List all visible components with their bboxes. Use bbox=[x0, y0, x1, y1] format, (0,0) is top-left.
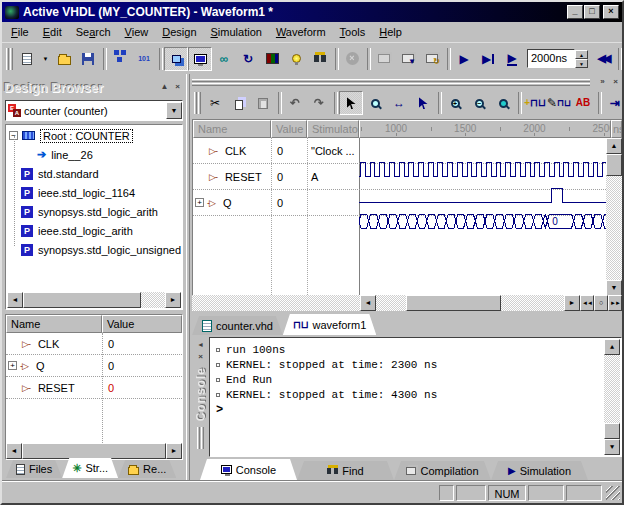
tree-item-root[interactable]: − Root : COUNTER bbox=[7, 126, 181, 145]
panel-collapse-button[interactable]: ▲ bbox=[158, 81, 171, 93]
scrollbar-track[interactable] bbox=[604, 355, 620, 423]
tree-item-label[interactable]: ieee.std_logic_1164 bbox=[33, 187, 135, 199]
menu-tools[interactable]: Tools bbox=[333, 23, 373, 41]
undo-button[interactable]: ↶ bbox=[283, 91, 307, 115]
zoom-out-button[interactable]: − bbox=[467, 91, 491, 115]
hdl-editor-button[interactable]: 101 bbox=[132, 47, 156, 71]
select-mode-button[interactable] bbox=[339, 91, 363, 115]
waveform-vertical-scrollbar[interactable]: ▲ ▼ bbox=[606, 138, 622, 296]
resize-grip[interactable] bbox=[606, 486, 620, 500]
toolbar-grip[interactable] bbox=[6, 48, 13, 70]
console-prompt[interactable]: > bbox=[214, 402, 619, 417]
tab-structure[interactable]: ✳ Str... bbox=[62, 458, 118, 478]
save-button[interactable] bbox=[76, 47, 100, 71]
run-until-button[interactable]: ▶ bbox=[500, 47, 524, 71]
compile-button[interactable] bbox=[372, 47, 396, 71]
tree-item-label[interactable]: ieee.std_logic_arith bbox=[33, 225, 133, 237]
tree-item-label[interactable]: synopsys.std_logic_unsigned bbox=[33, 244, 181, 256]
panel-close-button[interactable]: × bbox=[171, 81, 184, 93]
menu-edit[interactable]: Edit bbox=[36, 23, 69, 41]
expand-box-icon[interactable]: + bbox=[195, 198, 204, 207]
scrollbar-track[interactable] bbox=[501, 295, 564, 311]
find-button[interactable] bbox=[308, 47, 332, 71]
console-output[interactable]: run 100ns KERNEL: stopped at time: 2300 … bbox=[209, 337, 622, 457]
table-row-reset[interactable]: ▷- RESET 0 bbox=[6, 377, 182, 399]
tab-resources[interactable]: Re... bbox=[118, 460, 176, 478]
menu-help[interactable]: Help bbox=[372, 23, 409, 41]
minimize-button[interactable]: _ bbox=[567, 5, 583, 19]
waveform-panel-close-button[interactable]: × bbox=[609, 76, 622, 88]
zoom-fit-button[interactable] bbox=[491, 91, 515, 115]
new-document-dropdown[interactable]: ▼ bbox=[39, 47, 52, 71]
time-spinner-up[interactable]: ▲ bbox=[575, 50, 588, 59]
tree-item-process[interactable]: ➔ line__26 bbox=[7, 145, 181, 164]
menu-search[interactable]: Search bbox=[69, 23, 118, 41]
timeline-ruler[interactable]: 1000150020002500 bbox=[359, 120, 611, 138]
column-header-name[interactable]: Name bbox=[6, 315, 102, 333]
edit-stimulator-button[interactable]: ✎⊓⊔ bbox=[547, 91, 571, 115]
add-signals-button[interactable]: +⊓⊔ bbox=[523, 91, 547, 115]
run-button[interactable]: ▶ bbox=[452, 47, 476, 71]
grip-handle[interactable] bbox=[192, 79, 590, 86]
time-spinner-down[interactable]: ▼ bbox=[575, 59, 588, 68]
wave-column-stimulator[interactable]: Stimulator bbox=[307, 120, 359, 138]
new-document-button[interactable] bbox=[15, 47, 39, 71]
tab-counter-vhd[interactable]: counter.vhd bbox=[192, 316, 283, 335]
waveform-horizontal-scrollbar[interactable]: ◄ ► ◄◄ ○ ►► bbox=[192, 295, 622, 311]
console-vertical-scrollbar[interactable]: ▲ ▼ bbox=[604, 339, 620, 455]
scroll-up-arrow[interactable]: ▲ bbox=[606, 138, 622, 154]
refresh-design-button[interactable]: ↻ bbox=[236, 47, 260, 71]
page-right-button[interactable]: ►► bbox=[608, 295, 622, 311]
wave-column-value[interactable]: Value bbox=[271, 120, 307, 138]
tab-compilation[interactable]: Compilation bbox=[394, 461, 491, 480]
design-combo[interactable]: EA counter (counter) ▼ bbox=[5, 100, 183, 121]
console-grip[interactable] bbox=[197, 427, 204, 449]
menu-view[interactable]: View bbox=[118, 23, 156, 41]
console-collapse-button[interactable]: ◄ bbox=[194, 339, 207, 351]
scrollbar-thumb[interactable] bbox=[604, 423, 620, 439]
scroll-left-arrow[interactable]: ◄ bbox=[360, 295, 376, 311]
library-manager-button[interactable] bbox=[260, 47, 284, 71]
run-time-input[interactable]: 2000ns bbox=[527, 49, 575, 68]
tab-waveform1[interactable]: ⊓⊔ waveform1 bbox=[283, 314, 376, 335]
tab-console[interactable]: Console bbox=[200, 459, 297, 480]
select-waveform-button[interactable] bbox=[411, 91, 435, 115]
waveform-body[interactable]: ▷- CLK 0 "Clock ... ▷- RESET 0 A + -▷ Q … bbox=[193, 138, 606, 295]
watch-button[interactable]: ∞ bbox=[212, 47, 236, 71]
scroll-down-arrow[interactable]: ▼ bbox=[604, 439, 620, 455]
expand-box-icon[interactable]: + bbox=[8, 361, 17, 370]
scrollbar-track[interactable] bbox=[376, 295, 406, 311]
paste-button[interactable] bbox=[251, 91, 275, 115]
menu-simulation[interactable]: Simulation bbox=[204, 23, 269, 41]
scroll-down-arrow[interactable]: ▼ bbox=[606, 280, 622, 296]
scroll-right-arrow[interactable]: ► bbox=[165, 292, 181, 308]
tree-item-package[interactable]: P ieee.std_logic_arith bbox=[7, 221, 181, 240]
title-bar[interactable]: Active VHDL (MY_COUNTER) - Waveform1 * _… bbox=[2, 2, 622, 22]
menu-waveform[interactable]: Waveform bbox=[269, 23, 333, 41]
tree-item-label[interactable]: synopsys.std_logic_arith bbox=[33, 206, 158, 218]
menu-file[interactable]: File bbox=[4, 23, 36, 41]
break-button[interactable]: × bbox=[340, 47, 364, 71]
scroll-left-arrow[interactable]: ◄ bbox=[7, 292, 23, 308]
design-browser-toggle-button[interactable] bbox=[164, 47, 188, 71]
copy-button[interactable] bbox=[227, 91, 251, 115]
measure-time-button[interactable]: ↔ bbox=[387, 91, 411, 115]
scrollbar-track[interactable] bbox=[606, 176, 622, 280]
scroll-left-arrow[interactable]: ◄ bbox=[6, 443, 22, 459]
center-cursor-button[interactable]: ○ bbox=[594, 295, 608, 311]
snap-to-left-button[interactable]: ⇥ bbox=[603, 91, 624, 115]
tab-simulation[interactable]: ▶ Simulation bbox=[491, 461, 588, 480]
toolbar-grip[interactable] bbox=[194, 92, 201, 114]
scrollbar-thumb[interactable] bbox=[22, 443, 166, 459]
maximize-button[interactable]: □ bbox=[584, 5, 600, 19]
compile-all-with-deps-button[interactable]: ↻ bbox=[420, 47, 444, 71]
tree-item-package[interactable]: P ieee.std_logic_1164 bbox=[7, 183, 181, 202]
close-button[interactable]: × bbox=[603, 5, 619, 19]
menu-design[interactable]: Design bbox=[155, 23, 203, 41]
wave-column-name[interactable]: Name bbox=[193, 120, 271, 138]
cut-button[interactable]: ✂ bbox=[203, 91, 227, 115]
table-row-q[interactable]: + -▷ Q 0 bbox=[6, 355, 182, 377]
tree-item-package[interactable]: P synopsys.std_logic_unsigned bbox=[7, 240, 181, 259]
tree-root-label[interactable]: Root : COUNTER bbox=[40, 129, 133, 143]
tab-files[interactable]: Files bbox=[6, 460, 62, 478]
